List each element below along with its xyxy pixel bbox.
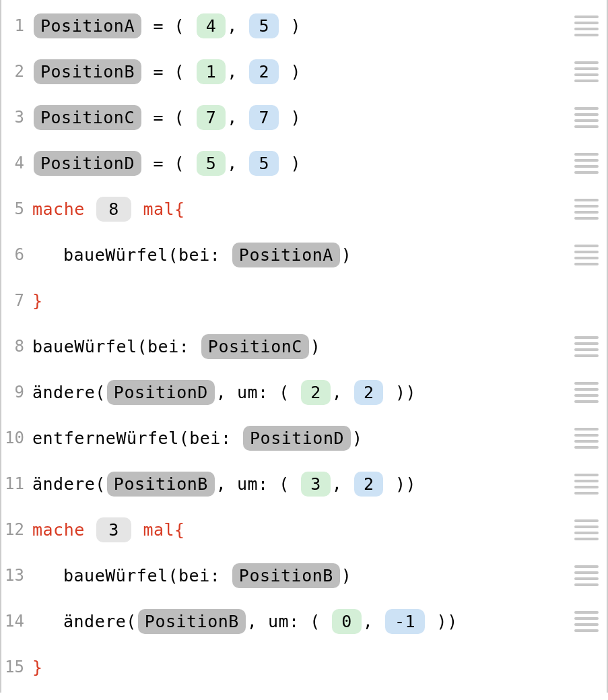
drag-handle-icon[interactable] <box>573 153 600 174</box>
line-content[interactable]: } <box>32 291 573 311</box>
text-token: )) <box>384 383 416 402</box>
text-token: ) <box>280 154 301 173</box>
code-line[interactable]: 2PositionB = ( 1, 2 ) <box>1 49 607 94</box>
text-token: )) <box>426 612 458 631</box>
text-token: ) <box>280 16 301 36</box>
text-token: , <box>227 62 248 82</box>
number-pill[interactable]: 4 <box>197 13 226 38</box>
drag-handle-icon[interactable] <box>573 15 600 36</box>
text-token: = ( <box>143 108 195 127</box>
line-content[interactable]: ändere(PositionB, um: ( 0, -1 )) <box>32 609 573 634</box>
text-token: ) <box>341 566 352 585</box>
code-line[interactable]: 10entferneWürfel(bei: PositionD) <box>1 415 607 461</box>
line-number: 7 <box>1 291 32 310</box>
variable-token[interactable]: PositionD <box>243 426 351 451</box>
line-content[interactable]: mache 8 mal{ <box>32 197 573 222</box>
text-token: baueWürfel(bei: <box>63 245 231 265</box>
code-line[interactable]: 4PositionD = ( 5, 5 ) <box>1 140 607 186</box>
variable-token[interactable]: PositionB <box>232 563 340 588</box>
variable-token[interactable]: PositionA <box>232 243 340 267</box>
text-token: ) <box>352 428 363 448</box>
line-number: 14 <box>1 612 32 631</box>
number-pill[interactable]: 8 <box>96 197 131 222</box>
code-line[interactable]: 13baueWürfel(bei: PositionB) <box>1 552 607 598</box>
drag-handle-icon[interactable] <box>573 336 600 357</box>
line-number: 10 <box>1 428 32 447</box>
text-token: ) <box>310 337 321 356</box>
variable-token[interactable]: PositionC <box>201 334 309 359</box>
code-line[interactable]: 6baueWürfel(bei: PositionA) <box>1 232 607 278</box>
code-editor[interactable]: 1PositionA = ( 4, 5 )2PositionB = ( 1, 2… <box>0 0 608 693</box>
line-content[interactable]: PositionB = ( 1, 2 ) <box>32 59 573 84</box>
code-line[interactable]: 12mache 3 mal{ <box>1 507 607 552</box>
line-content[interactable]: PositionD = ( 5, 5 ) <box>32 151 573 176</box>
text-token: , <box>227 16 248 36</box>
text-token: ändere( <box>63 612 137 631</box>
text-token: entferneWürfel(bei: <box>32 428 242 448</box>
variable-token[interactable]: PositionB <box>138 609 246 634</box>
code-line[interactable]: 11ändere(PositionB, um: ( 3, 2 )) <box>1 461 607 507</box>
keyword-token: mal{ <box>133 520 185 540</box>
line-content[interactable]: PositionA = ( 4, 5 ) <box>32 13 573 38</box>
number-pill[interactable]: 2 <box>354 380 384 405</box>
line-content[interactable]: baueWürfel(bei: PositionA) <box>32 243 573 267</box>
line-content[interactable]: mache 3 mal{ <box>32 517 573 542</box>
number-pill[interactable]: 0 <box>332 609 362 634</box>
drag-handle-icon[interactable] <box>573 107 600 128</box>
variable-token[interactable]: PositionB <box>34 59 141 84</box>
code-line[interactable]: 8baueWürfel(bei: PositionC) <box>1 323 607 369</box>
text-token: = ( <box>143 62 195 82</box>
number-pill[interactable]: 2 <box>354 472 384 497</box>
code-line[interactable]: 7} <box>1 278 607 323</box>
line-content[interactable]: entferneWürfel(bei: PositionD) <box>32 426 573 451</box>
drag-handle-icon[interactable] <box>573 565 600 586</box>
variable-token[interactable]: PositionD <box>107 380 215 405</box>
number-pill[interactable]: 2 <box>249 59 279 84</box>
number-pill[interactable]: 3 <box>301 472 331 497</box>
line-content[interactable]: ändere(PositionB, um: ( 3, 2 )) <box>32 472 573 497</box>
text-token: , um: ( <box>216 383 300 402</box>
code-line[interactable]: 15} <box>1 644 607 690</box>
variable-token[interactable]: PositionA <box>34 13 141 38</box>
text-token: baueWürfel(bei: <box>32 337 200 356</box>
keyword-token: mal{ <box>133 199 185 219</box>
number-pill[interactable]: 7 <box>197 105 226 130</box>
drag-handle-icon[interactable] <box>573 474 600 495</box>
line-number: 2 <box>1 62 32 81</box>
text-token: , <box>332 383 353 402</box>
line-content[interactable]: baueWürfel(bei: PositionB) <box>32 563 573 588</box>
number-pill[interactable]: -1 <box>385 609 425 634</box>
line-number: 3 <box>1 108 32 127</box>
line-number: 15 <box>1 658 32 676</box>
text-token: ändere( <box>32 474 106 494</box>
number-pill[interactable]: 5 <box>249 13 279 38</box>
number-pill[interactable]: 5 <box>197 151 226 176</box>
variable-token[interactable]: PositionC <box>34 105 141 130</box>
variable-token[interactable]: PositionB <box>107 472 215 497</box>
drag-handle-icon[interactable] <box>573 382 600 403</box>
drag-handle-icon[interactable] <box>573 519 600 540</box>
variable-token[interactable]: PositionD <box>34 151 141 176</box>
line-number: 13 <box>1 566 32 585</box>
number-pill[interactable]: 3 <box>96 517 131 542</box>
drag-handle-icon[interactable] <box>573 428 600 449</box>
code-line[interactable]: 1PositionA = ( 4, 5 ) <box>1 3 607 49</box>
number-pill[interactable]: 1 <box>197 59 226 84</box>
line-content[interactable]: baueWürfel(bei: PositionC) <box>32 334 573 359</box>
code-line[interactable]: 14ändere(PositionB, um: ( 0, -1 )) <box>1 598 607 644</box>
drag-handle-icon[interactable] <box>573 611 600 632</box>
number-pill[interactable]: 5 <box>249 151 279 176</box>
line-content[interactable]: PositionC = ( 7, 7 ) <box>32 105 573 130</box>
code-line[interactable]: 5mache 8 mal{ <box>1 186 607 232</box>
text-token: = ( <box>143 154 195 173</box>
code-line[interactable]: 3PositionC = ( 7, 7 ) <box>1 94 607 140</box>
code-line[interactable]: 9ändere(PositionD, um: ( 2, 2 )) <box>1 369 607 415</box>
drag-handle-icon[interactable] <box>573 199 600 220</box>
keyword-token: } <box>32 291 43 311</box>
number-pill[interactable]: 7 <box>249 105 279 130</box>
drag-handle-icon[interactable] <box>573 245 600 265</box>
line-content[interactable]: ändere(PositionD, um: ( 2, 2 )) <box>32 380 573 405</box>
number-pill[interactable]: 2 <box>301 380 331 405</box>
line-content[interactable]: } <box>32 658 573 677</box>
drag-handle-icon[interactable] <box>573 61 600 82</box>
